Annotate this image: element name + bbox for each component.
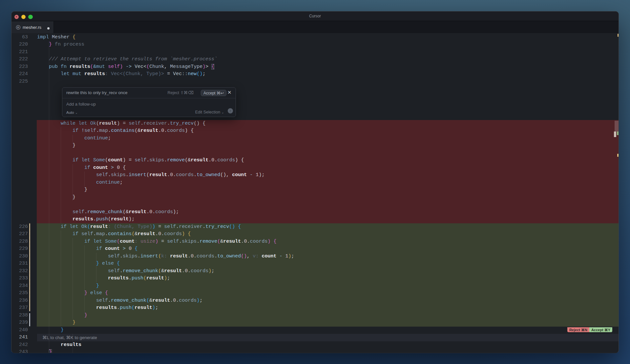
svg-text:R: R: [17, 26, 19, 29]
